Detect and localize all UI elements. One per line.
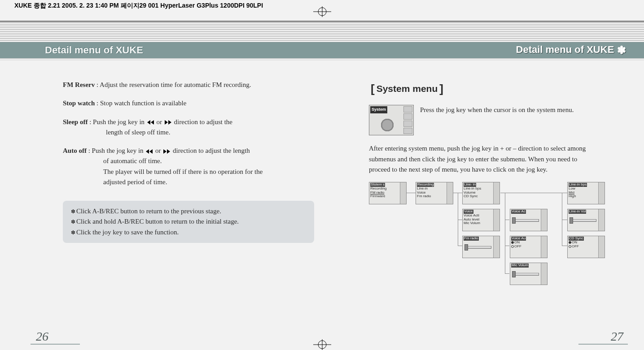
label-fm-reserv: FM Reserv <box>63 81 95 88</box>
note-box: Click A-B/REC button to return to the pr… <box>63 201 314 243</box>
mini-linein: Line- in Line-in bps Volume CD Sync <box>462 182 500 204</box>
section-heading: [System menu] <box>369 80 596 98</box>
mini-cd-sync: CD Sync ON OFF <box>567 236 605 258</box>
page-left: FM Reserv : Adjust the reservation time … <box>31 72 330 331</box>
item-auto-off: Auto off : Push the jog key in or direct… <box>63 146 314 187</box>
lcd-system-label: System <box>370 106 387 113</box>
page-number-right: 27 <box>611 329 623 344</box>
label-stop-watch: Stop watch <box>63 99 95 107</box>
mini-linein-vol: Line-in Vol <box>567 209 605 231</box>
page-number-left: 26 <box>36 329 48 344</box>
mini-recording: Recording Line-in Voice Fm radio <box>416 182 453 204</box>
title-right: Detail menu of XUKE ✽ <box>516 44 626 56</box>
rewind-icon <box>146 149 153 154</box>
mini-voice-au: Voice Au ON OFF <box>510 236 548 258</box>
intro-text: Press the jog key when the cursor is on … <box>420 105 596 135</box>
lcd-system-screen: System <box>369 105 414 135</box>
note-2: Click and hold A-B/REC button to return … <box>71 216 306 227</box>
item-sleep-off: Sleep off : Push the jog key in or direc… <box>63 117 314 138</box>
title-bar: Detail menu of XUKE Detail menu of XUKE … <box>0 42 644 58</box>
system-paragraph: After entering system menu, push the jog… <box>369 143 596 175</box>
rewind-icon <box>147 120 154 125</box>
mini-fmradio: Fm radio <box>462 236 500 258</box>
page-number-underline-right <box>578 344 628 345</box>
mini-voice: Voice Voice Acti Auto level Mic Volum <box>462 209 500 231</box>
mini-root: Ststem s Recording FM radio Firmware <box>369 182 407 204</box>
page-right: [System menu] System Press the jog key w… <box>355 72 628 331</box>
forward-icon <box>165 120 171 125</box>
page-number-underline-left <box>31 344 80 345</box>
printer-meta-text: XUKE 종합 2.21 2005. 2. 23 1:40 PM 페이지29 0… <box>14 2 263 10</box>
title-left: Detail menu of XUKE <box>45 44 143 56</box>
mini-linein-bps: Line-in bps Low Mid High <box>567 182 605 204</box>
note-1: Click A-B/REC button to return to the pr… <box>71 206 306 216</box>
lcd-side-icons <box>403 106 412 134</box>
crop-mark-bottom <box>313 339 331 350</box>
gear-icon <box>378 116 396 134</box>
crop-mark-top <box>313 6 331 17</box>
item-stop-watch: Stop watch : Stop watch function is avai… <box>63 98 314 108</box>
forward-icon <box>163 149 170 154</box>
label-sleep-off: Sleep off <box>63 118 88 125</box>
note-3: Click the joy key to save the function. <box>71 227 306 238</box>
item-fm-reserv: FM Reserv : Adjust the reservation time … <box>63 80 314 90</box>
mini-mic-vol: Mic Volum <box>510 263 548 285</box>
label-auto-off: Auto off <box>63 147 87 154</box>
submenu-tree: Ststem s Recording FM radio Firmware Rec… <box>369 182 596 290</box>
mini-voice-ac: Voice Ac <box>510 209 548 231</box>
